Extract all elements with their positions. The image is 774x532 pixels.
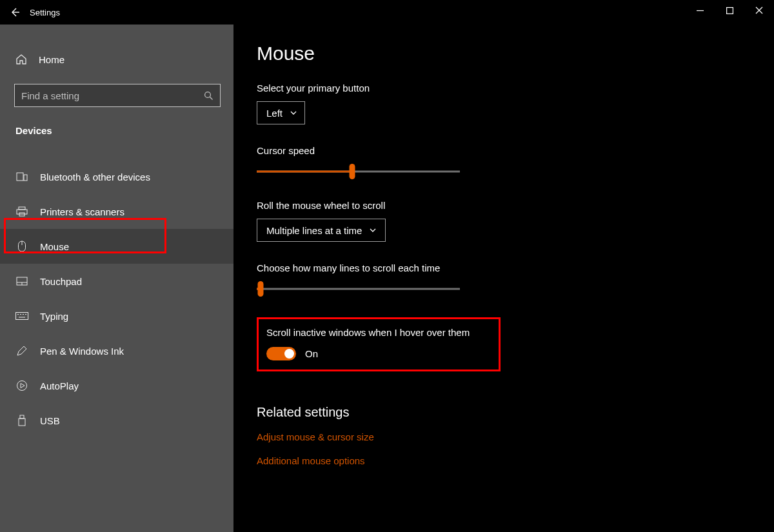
svg-rect-7 — [24, 175, 27, 181]
cursor-speed-group: Cursor speed — [257, 145, 751, 179]
cursor-speed-slider[interactable] — [257, 164, 460, 179]
maximize-icon — [726, 7, 733, 14]
sidebar-section-heading: Devices — [0, 107, 233, 143]
inactive-scroll-row: On — [266, 347, 491, 360]
scroll-wheel-value: Multiple lines at a time — [266, 225, 362, 236]
chevron-down-icon — [290, 111, 297, 115]
window-title: Settings — [30, 8, 60, 17]
titlebar: Settings — [0, 0, 774, 25]
inactive-scroll-state: On — [305, 348, 318, 359]
maximize-button[interactable] — [715, 0, 744, 21]
slider-thumb[interactable] — [258, 281, 264, 297]
sidebar-item-mouse[interactable]: Mouse — [0, 229, 233, 264]
search-input-container[interactable] — [14, 84, 221, 107]
close-button[interactable] — [744, 0, 774, 21]
svg-line-5 — [210, 97, 212, 99]
inactive-scroll-label: Scroll inactive windows when I hover ove… — [266, 327, 491, 338]
sidebar-item-usb[interactable]: USB — [0, 403, 233, 438]
page-title: Mouse — [257, 43, 751, 64]
sidebar-item-label: USB — [40, 415, 60, 426]
settings-window: Settings Home — [0, 0, 774, 532]
slider-track — [257, 288, 460, 290]
minimize-icon — [697, 7, 704, 14]
body: Home Devices Bl — [0, 25, 774, 532]
sidebar-item-label: Mouse — [40, 241, 69, 252]
arrow-left-icon — [10, 7, 20, 17]
mouse-icon — [15, 241, 28, 252]
related-settings-heading: Related settings — [257, 405, 751, 420]
sidebar: Home Devices Bl — [0, 25, 233, 532]
sidebar-item-printers[interactable]: Printers & scanners — [0, 194, 233, 229]
minimize-button[interactable] — [685, 0, 715, 21]
touchpad-icon — [15, 277, 28, 286]
primary-button-label: Select your primary button — [257, 83, 751, 94]
close-icon — [755, 6, 763, 14]
main-content: Mouse Select your primary button Left Cu… — [233, 25, 774, 532]
lines-group: Choose how many lines to scroll each tim… — [257, 262, 751, 297]
sidebar-item-label: Touchpad — [40, 276, 82, 287]
autoplay-icon — [15, 380, 28, 391]
scroll-wheel-label: Roll the mouse wheel to scroll — [257, 200, 751, 211]
sidebar-nav: Bluetooth & other devices Printers & sca… — [0, 159, 233, 438]
svg-rect-23 — [20, 415, 24, 419]
cursor-speed-label: Cursor speed — [257, 145, 751, 156]
link-additional-mouse-options[interactable]: Additional mouse options — [257, 455, 751, 466]
sidebar-item-bluetooth[interactable]: Bluetooth & other devices — [0, 159, 233, 194]
scroll-wheel-group: Roll the mouse wheel to scroll Multiple … — [257, 200, 751, 242]
lines-label: Choose how many lines to scroll each tim… — [257, 262, 751, 273]
sidebar-item-label: Printers & scanners — [40, 206, 124, 217]
printer-icon — [15, 206, 28, 217]
link-adjust-cursor-size[interactable]: Adjust mouse & cursor size — [257, 431, 751, 442]
home-label: Home — [39, 54, 64, 65]
scroll-wheel-dropdown[interactable]: Multiple lines at a time — [257, 219, 386, 242]
sidebar-item-autoplay[interactable]: AutoPlay — [0, 368, 233, 403]
chevron-down-icon — [370, 228, 376, 232]
sidebar-item-label: Bluetooth & other devices — [40, 172, 150, 182]
sidebar-item-label: Typing — [40, 311, 68, 322]
svg-rect-9 — [17, 210, 27, 214]
svg-rect-6 — [17, 173, 23, 181]
sidebar-item-typing[interactable]: Typing — [0, 299, 233, 333]
search-icon — [204, 91, 213, 101]
pen-icon — [15, 345, 28, 357]
sidebar-item-pen[interactable]: Pen & Windows Ink — [0, 333, 233, 368]
home-nav[interactable]: Home — [0, 44, 233, 75]
home-icon — [15, 54, 27, 65]
primary-button-group: Select your primary button Left — [257, 83, 751, 124]
svg-point-22 — [17, 381, 27, 391]
svg-rect-24 — [19, 419, 25, 426]
svg-point-4 — [205, 92, 211, 97]
usb-icon — [15, 415, 28, 426]
svg-rect-1 — [726, 7, 733, 14]
primary-button-value: Left — [266, 108, 283, 119]
highlight-scroll-inactive: Scroll inactive windows when I hover ove… — [257, 317, 501, 371]
primary-button-dropdown[interactable]: Left — [257, 101, 305, 124]
sidebar-item-label: AutoPlay — [40, 380, 79, 391]
search-input[interactable] — [21, 90, 204, 101]
devices-icon — [15, 172, 28, 182]
slider-thumb[interactable] — [350, 164, 355, 179]
inactive-scroll-toggle[interactable] — [266, 347, 296, 360]
sidebar-item-touchpad[interactable]: Touchpad — [0, 264, 233, 299]
svg-rect-16 — [16, 313, 28, 320]
slider-fill — [257, 171, 352, 173]
keyboard-icon — [15, 312, 28, 320]
sidebar-item-label: Pen & Windows Ink — [40, 346, 124, 357]
svg-rect-8 — [19, 207, 25, 210]
lines-slider[interactable] — [257, 281, 460, 297]
toggle-knob — [284, 349, 294, 359]
back-button[interactable] — [0, 0, 30, 25]
window-controls — [685, 0, 774, 21]
